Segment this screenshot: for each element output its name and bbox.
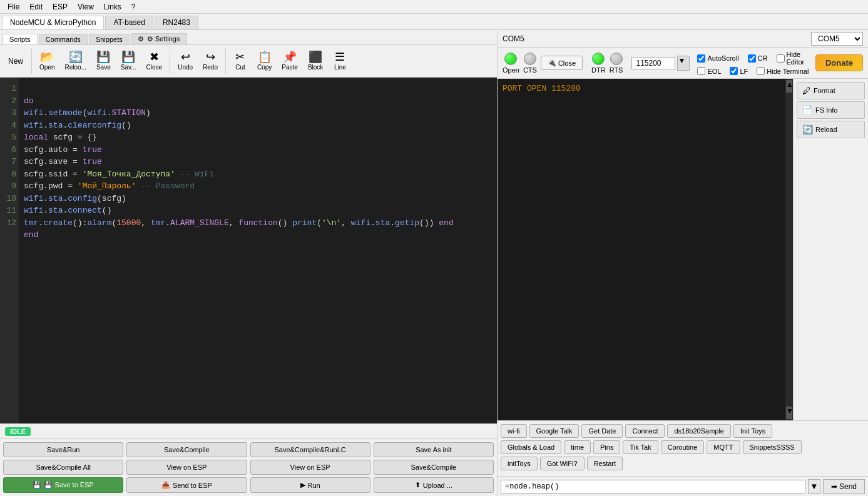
quick-wifi-button[interactable]: wi-fi [501, 424, 527, 438]
code-editor[interactable]: do wifi.setmode(wifi.STATION) wifi.sta.c… [19, 78, 497, 423]
reload-sidebar-icon: 🔄 [802, 124, 813, 134]
dtr-label: DTR [591, 66, 606, 74]
undo-button[interactable]: ↩ Undo [173, 49, 197, 73]
paste-button[interactable]: 📌 Paste [277, 49, 302, 73]
rts-button-led[interactable]: RTS [610, 53, 623, 74]
right-panel: COM5 COM5 Open CTS 🔌 Close [498, 30, 868, 496]
quick-got-wifi-button[interactable]: Got WiFi? [540, 457, 585, 470]
terminal-scrollbar-down[interactable]: ▼ [786, 407, 792, 419]
close-file-icon: ✖ [150, 51, 159, 63]
fs-info-button[interactable]: 📄 FS Info [797, 101, 865, 119]
sub-tab-scripts[interactable]: Scripts [3, 34, 38, 44]
open-button[interactable]: 📂 Open [35, 49, 59, 73]
view-esp2-button[interactable]: View on ESP [250, 460, 370, 475]
quick-ds18b20-button[interactable]: ds18b20Sample [667, 424, 731, 438]
quick-inittoys-button[interactable]: initToys [501, 457, 538, 470]
send-button[interactable]: ➡ Send [823, 479, 865, 494]
terminal-scrollbar-up[interactable]: ▲ [786, 80, 792, 93]
menu-esp[interactable]: ESP [48, 1, 73, 13]
save-compile2-button[interactable]: Save&Compile [374, 460, 494, 475]
save-as-init-button[interactable]: Save As init [374, 442, 494, 457]
save-compile-runlc-button[interactable]: Save&Compile&RunLC [250, 442, 370, 457]
menu-links[interactable]: Links [99, 1, 126, 13]
copy-button[interactable]: 📋 Copy [253, 49, 276, 73]
com-port-selector[interactable]: COM5 [811, 32, 863, 46]
autoscroll-row: AutoScroll CR Hide Editor [697, 51, 811, 66]
quick-coroutine-button[interactable]: Coroutine [661, 440, 705, 454]
quick-get-date-button[interactable]: Get Date [581, 424, 623, 438]
quick-pins-button[interactable]: Pins [593, 440, 620, 454]
hide-terminal-checkbox[interactable] [757, 67, 765, 75]
baud-dropdown-arrow[interactable]: ▼ [677, 56, 690, 71]
baud-selector: ▼ [631, 56, 690, 71]
cut-button[interactable]: ✂ Cut [229, 49, 252, 73]
quick-init-toys-button[interactable]: Init Toys [733, 424, 772, 438]
redo-button[interactable]: ↪ Redo [198, 49, 222, 73]
btn-row-1: Save&Run Save&Compile Save&Compile&RunLC… [3, 442, 494, 457]
status-bar: IDLE [0, 423, 497, 438]
line-icon: ☰ [335, 51, 345, 63]
quick-time-button[interactable]: time [564, 440, 591, 454]
upload-button[interactable]: ⬆ Upload ... [374, 477, 494, 493]
save-run-button[interactable]: Save&Run [3, 442, 123, 457]
donate-button[interactable]: Donate [815, 54, 863, 71]
view-esp1-button[interactable]: View on ESP [126, 460, 247, 475]
dtr-led [592, 53, 605, 65]
saveas-button[interactable]: 💾 Sav... [116, 49, 141, 73]
cmd-input[interactable] [501, 480, 805, 493]
close-serial-button[interactable]: 🔌 Close [541, 56, 583, 70]
sub-tab-snippets[interactable]: Snippets [89, 34, 130, 44]
toolbar-separator [31, 49, 32, 74]
quick-restart-button[interactable]: Restart [587, 457, 623, 470]
new-label[interactable]: New [3, 55, 28, 68]
saveas-icon: 💾 [121, 51, 135, 63]
reload-sidebar-button[interactable]: 🔄 Reload [797, 121, 865, 138]
open-label: Open [39, 64, 54, 71]
port-open-message: PORT OPEN 115200 [503, 84, 581, 93]
save-button[interactable]: 💾 Save [92, 49, 115, 73]
save-compile-button[interactable]: Save&Compile [126, 442, 247, 457]
run-button[interactable]: ▶ Run [250, 477, 370, 493]
save-to-esp-button[interactable]: 💾 💾 Save to ESP [3, 477, 123, 493]
send-to-esp-button[interactable]: 📤 Send to ESP [126, 477, 247, 493]
sub-tab-settings[interactable]: ⚙ ⚙ Settings [131, 33, 187, 44]
upload-label: Upload ... [423, 482, 452, 489]
save-to-esp-label: 💾 Save to ESP [44, 481, 93, 489]
cmd-dropdown-arrow[interactable]: ▼ [808, 479, 820, 494]
quick-tik-tak-button[interactable]: Tik Tak [623, 440, 658, 454]
cts-button-led[interactable]: CTS [523, 53, 537, 74]
eol-label: EOL [707, 68, 721, 75]
reload-button[interactable]: 🔄 Reloo... [60, 49, 90, 73]
menu-view[interactable]: View [73, 1, 99, 13]
open-button-led[interactable]: Open [503, 53, 519, 74]
quick-connect-button[interactable]: Connect [625, 424, 665, 438]
eol-checkbox[interactable] [697, 67, 705, 75]
quick-google-talk-button[interactable]: Google Talk [529, 424, 580, 438]
menu-edit[interactable]: Edit [24, 1, 48, 13]
autoscroll-checkbox[interactable] [697, 54, 705, 63]
quick-globals-button[interactable]: Globals & Load [501, 440, 561, 454]
baud-input[interactable] [631, 57, 675, 69]
cr-checkbox[interactable] [748, 54, 756, 63]
copy-label: Copy [257, 64, 272, 71]
dtr-button-led[interactable]: DTR [591, 53, 606, 74]
cut-icon: ✂ [235, 51, 245, 63]
close-file-button[interactable]: ✖ Close [142, 49, 167, 73]
save-compile-all-button[interactable]: Save&Compile All [3, 460, 123, 475]
quick-row-3: initToys Got WiFi? Restart [501, 457, 865, 470]
format-button[interactable]: 🖊 Format [797, 82, 865, 99]
tab-at-based[interactable]: AT-based [105, 16, 153, 29]
menu-file[interactable]: File [3, 1, 24, 13]
menu-help[interactable]: ? [126, 1, 141, 13]
sub-tab-commands[interactable]: Commands [39, 34, 88, 44]
tab-rn2483[interactable]: RN2483 [155, 16, 198, 29]
lf-checkbox[interactable] [730, 67, 738, 75]
quick-snippets-button[interactable]: SnippetsSSSS [743, 440, 802, 454]
hide-editor-checkbox[interactable] [777, 54, 785, 63]
tab-nodemcu[interactable]: NodeMCU & MicroPython [2, 16, 104, 29]
send-label: Send [839, 482, 857, 491]
line-button[interactable]: ☰ Line [329, 49, 351, 73]
cmd-input-row: ▼ ➡ Send [498, 476, 868, 496]
quick-mqtt-button[interactable]: MQTT [707, 440, 740, 454]
block-button[interactable]: ⬛ Block [304, 49, 327, 73]
